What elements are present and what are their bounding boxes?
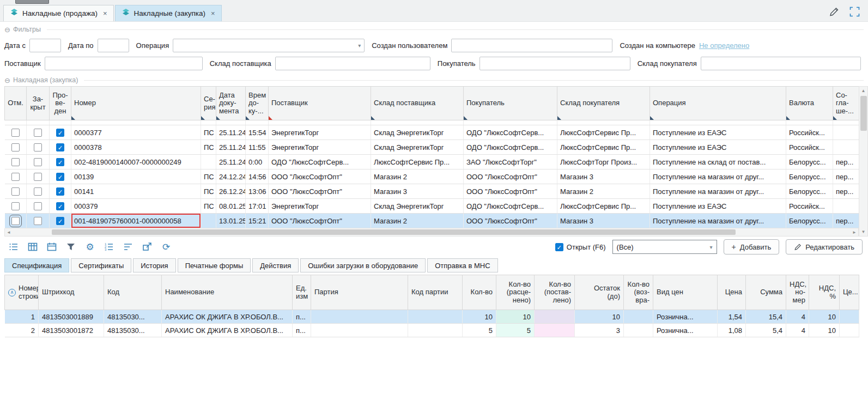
column-header[interactable]: Штрихкод	[39, 275, 104, 310]
fullscreen-icon[interactable]	[847, 5, 861, 18]
column-header[interactable]: Цена	[718, 275, 746, 310]
column-header[interactable]: Со- гла- ше-...	[833, 87, 859, 120]
column-header[interactable]: НДС, %	[809, 275, 840, 310]
marked-checkbox[interactable]	[11, 143, 20, 151]
marked-checkbox[interactable]	[11, 217, 20, 225]
marked-checkbox[interactable]	[11, 173, 20, 181]
column-header[interactable]: Це...	[840, 275, 859, 310]
checkbox[interactable]	[555, 243, 563, 251]
edit-button[interactable]: Редактировать	[786, 239, 863, 254]
scroll-down-icon[interactable]: ▼	[861, 228, 866, 236]
column-header[interactable]: Про- ве- ден	[50, 87, 71, 120]
column-header[interactable]: Кол-во (расце- нено)	[496, 275, 535, 310]
column-header[interactable]: Покупатель	[464, 87, 557, 120]
detail-tab-отправка[interactable]: Отправка в МНС	[427, 258, 497, 272]
closed-checkbox[interactable]	[34, 158, 42, 166]
vertical-scrollbar[interactable]: ▲ ▼	[859, 86, 868, 237]
buyer-warehouse-input[interactable]	[701, 57, 861, 70]
column-header[interactable]: Врем до- ку-...	[246, 87, 269, 120]
detail-tab-сертификаты[interactable]: Сертификаты	[71, 258, 131, 272]
posted-checkbox[interactable]	[56, 217, 64, 225]
filter-all-select[interactable]: (Все) ▾	[612, 240, 717, 254]
invoice-row[interactable]: 001-4819075760001-000000005813.01.2515:2…	[5, 214, 859, 228]
column-header[interactable]: Склад покупателя	[557, 87, 650, 120]
column-header[interactable]: Вид цен	[653, 275, 718, 310]
scrollbar-thumb[interactable]	[52, 229, 736, 235]
tab-invoices-purchase[interactable]: Накладные (закупка) ×	[115, 5, 222, 21]
invoice-row[interactable]: 0000378ПС25.11.2411:55ЭнергетикТоргСклад…	[5, 140, 859, 155]
column-header[interactable]: Номер	[71, 87, 201, 120]
column-header[interactable]: Кол-во (воз- вра-	[624, 275, 653, 310]
column-header[interactable]: Отм.	[5, 87, 27, 120]
close-icon[interactable]: ×	[103, 9, 107, 17]
supplier-warehouse-input[interactable]	[275, 57, 430, 70]
posted-checkbox[interactable]	[56, 173, 64, 181]
open-f6-checkbox[interactable]: Открыт (F6)	[555, 243, 606, 251]
marked-checkbox[interactable]	[11, 129, 20, 137]
column-header[interactable]: Партия	[311, 275, 408, 310]
collapse-icon[interactable]: ⊖	[4, 77, 10, 84]
view-list-icon[interactable]	[5, 240, 22, 254]
supplier-input[interactable]	[45, 57, 203, 70]
column-header[interactable]: Сумма	[746, 275, 786, 310]
posted-checkbox[interactable]	[56, 202, 64, 210]
numbered-list-icon[interactable]: 123	[101, 240, 117, 254]
invoice-row[interactable]: 002-4819000140007-000000024925.11.240:00…	[5, 155, 859, 169]
column-header[interactable]: Кол-во (постав- лено)	[535, 275, 575, 310]
invoice-row[interactable]: 0000377ПС25.11.2415:54ЭнергетикТоргСклад…	[5, 125, 859, 140]
specification-row[interactable]: 1481350300188948135030...АРАХИС ОК ДЖИГА…	[5, 310, 859, 324]
detail-tab-печатные[interactable]: Печатные формы	[178, 258, 251, 272]
invoice-row[interactable]: 00141ПС26.12.2413:06ООО "ЛюксСофтОпт"Маг…	[5, 184, 859, 199]
detail-tab-спецификация[interactable]: Спецификация	[4, 258, 69, 272]
column-header[interactable]: Се- рия	[201, 87, 216, 120]
column-header[interactable]: Дата доку- мента	[216, 87, 246, 120]
closed-checkbox[interactable]	[34, 202, 42, 210]
horizontal-scrollbar[interactable]: ◄ ►	[4, 228, 859, 237]
scroll-right-icon[interactable]: ►	[851, 228, 858, 237]
sort-filter-icon[interactable]	[120, 240, 136, 254]
filter-funnel-icon[interactable]	[63, 240, 79, 254]
add-button[interactable]: + Добавить	[724, 239, 780, 254]
closed-checkbox[interactable]	[34, 217, 42, 225]
open-external-icon[interactable]	[139, 240, 155, 254]
marked-checkbox[interactable]	[11, 158, 20, 166]
view-table-icon[interactable]	[25, 240, 41, 254]
scrollbar-thumb[interactable]	[860, 96, 867, 131]
collapse-icon[interactable]: ⊖	[4, 26, 10, 33]
column-header[interactable]: Код партии	[408, 275, 463, 310]
column-header[interactable]: Валюта	[786, 87, 833, 120]
column-header[interactable]: ∧Номер строки	[5, 275, 39, 310]
detail-tab-история[interactable]: История	[133, 258, 175, 272]
operation-select[interactable]: ▾	[173, 39, 365, 52]
marked-checkbox[interactable]	[11, 202, 20, 210]
buyer-input[interactable]	[479, 57, 630, 70]
invoice-row[interactable]: 00139ПС24.12.2414:56ООО "ЛюксСофтОпт"Маг…	[5, 169, 859, 184]
tab-invoices-sale[interactable]: Накладные (продажа) ×	[3, 5, 114, 21]
posted-checkbox[interactable]	[56, 187, 64, 196]
closed-checkbox[interactable]	[34, 129, 42, 137]
column-header[interactable]: Код	[104, 275, 162, 310]
posted-checkbox[interactable]	[56, 129, 64, 137]
closed-checkbox[interactable]	[34, 173, 42, 181]
closed-checkbox[interactable]	[34, 143, 42, 151]
posted-checkbox[interactable]	[56, 143, 64, 151]
close-icon[interactable]: ×	[211, 9, 215, 17]
date-from-input[interactable]	[29, 39, 61, 52]
closed-checkbox[interactable]	[34, 187, 42, 196]
scroll-up-icon[interactable]: ▲	[861, 87, 866, 95]
column-header[interactable]: Остаток (до)	[575, 275, 624, 310]
column-header[interactable]: НДС, но- мер	[786, 275, 809, 310]
refresh-icon[interactable]: ⟳	[158, 240, 174, 254]
column-header[interactable]: Наименование	[162, 275, 293, 310]
column-header[interactable]: Ед. изм	[293, 275, 311, 310]
invoice-row[interactable]: 000379ПС08.01.2517:01ЭнергетикТоргСклад …	[5, 199, 859, 214]
detail-tab-ошибки[interactable]: Ошибки загрузки в оборудование	[300, 258, 426, 272]
detail-tab-действия[interactable]: Действия	[252, 258, 299, 272]
specification-row[interactable]: 2481350300187248135030...АРАХИС ОК ДЖИГА…	[5, 324, 859, 337]
column-header[interactable]: Операция	[650, 87, 786, 120]
posted-checkbox[interactable]	[56, 158, 64, 166]
marked-checkbox[interactable]	[11, 187, 20, 196]
edit-pencil-icon[interactable]	[827, 5, 841, 18]
column-header[interactable]: Поставщик	[269, 87, 371, 120]
view-calendar-icon[interactable]	[44, 240, 60, 254]
